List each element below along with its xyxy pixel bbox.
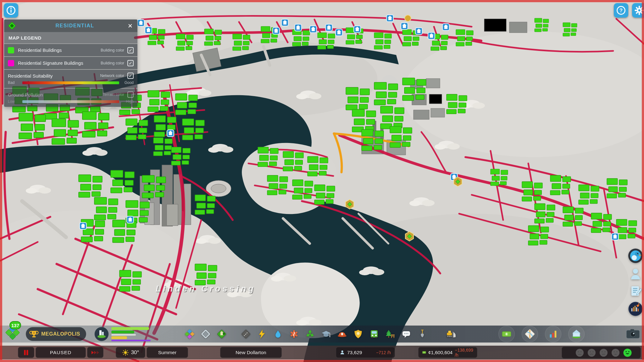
toolbar-icons	[183, 328, 461, 340]
settings-button[interactable]	[632, 3, 644, 18]
signature-building-marker-icon[interactable]	[454, 177, 462, 186]
communications-button[interactable]	[400, 328, 413, 340]
svg-text:?: ?	[619, 8, 623, 14]
signature-building-marker-icon[interactable]	[405, 232, 414, 241]
residential-buildings-swatch	[8, 47, 14, 53]
chirper-icon[interactable]	[628, 248, 643, 263]
population-widget[interactable]: 73,629 −712 /h	[336, 347, 395, 358]
happiness-face-content	[611, 348, 620, 357]
city-name-button[interactable]: New Dollarton	[220, 347, 282, 358]
milestone-level-widget[interactable]: 137	[4, 323, 24, 343]
building-color-checkbox[interactable]: ✓	[127, 47, 134, 53]
map-tiles-button[interactable]	[522, 326, 538, 342]
happiness-face-unhappy	[587, 348, 596, 357]
alert-marker-icon[interactable]	[405, 15, 411, 21]
zones-icon	[184, 329, 195, 339]
city-progression-button[interactable]	[568, 326, 585, 342]
journal-icon[interactable]	[629, 284, 642, 298]
medium-demand-bar	[111, 334, 136, 336]
bulldozer-icon	[445, 328, 457, 340]
city-demand-icon	[94, 327, 109, 341]
gear-icon	[634, 5, 644, 15]
service-marker-icon[interactable]	[415, 28, 422, 35]
districts-button[interactable]	[199, 328, 212, 340]
legend-row-ground-pollution: Ground Pollution Terrain color Low High	[4, 89, 137, 107]
happiness-face-neutral	[599, 348, 608, 357]
status-bar: PAUSED 30° Summer New Dollarton	[0, 346, 644, 359]
happiness-widget[interactable]	[562, 347, 641, 359]
infoview-buttons: ¢	[498, 326, 585, 342]
game-viewport: Linden Crossing Linden Crossing	[0, 0, 644, 362]
landscaping-button[interactable]	[215, 328, 228, 340]
terraforming-button[interactable]	[416, 328, 429, 340]
service-marker-icon[interactable]	[273, 27, 280, 34]
service-marker-icon[interactable]	[167, 130, 174, 137]
map-legend-heading: MAP LEGEND	[4, 32, 137, 43]
bulldozer-button[interactable]	[445, 328, 457, 340]
radio-icon[interactable]	[628, 301, 643, 316]
money-value: ¢1,600,604	[428, 350, 453, 355]
transportation-button[interactable]	[368, 328, 380, 340]
chat-bubble-icon	[401, 329, 412, 339]
bar-chart-icon	[548, 329, 558, 339]
svg-text:Linden Crossing: Linden Crossing	[156, 284, 256, 293]
demand-widget[interactable]	[94, 327, 151, 341]
commercial-demand-bar	[111, 331, 134, 333]
fire-rescue-button[interactable]	[336, 328, 348, 340]
help-button[interactable]: ?	[614, 3, 628, 18]
service-marker-icon[interactable]	[612, 233, 619, 240]
network-color-checkbox[interactable]: ✓	[127, 73, 134, 79]
legend-row-residential-buildings: Residential Buildings Building color ✓	[4, 44, 137, 56]
garbage-button[interactable]	[304, 328, 316, 340]
money-widget[interactable]: ¢1,600,604 −138,699 /h	[418, 347, 477, 358]
signature-building-marker-icon[interactable]	[346, 200, 354, 209]
service-marker-icon[interactable]	[401, 23, 408, 30]
landscaping-icon	[216, 329, 227, 339]
electricity-button[interactable]	[256, 328, 268, 340]
infoview-panel: RESIDENTIAL ✕ MAP LEGEND Residential Bui…	[4, 19, 137, 107]
follow-citizen-icon[interactable]	[629, 267, 642, 281]
info-button[interactable]	[4, 3, 18, 18]
weather-widget[interactable]: 30°	[116, 347, 145, 358]
service-marker-icon[interactable]	[281, 19, 288, 26]
police-shield-icon	[353, 329, 363, 339]
service-marker-icon[interactable]	[386, 15, 393, 22]
statistics-button[interactable]	[545, 326, 561, 342]
temperature-value: 30°	[131, 349, 139, 356]
signature-buildings-swatch	[8, 60, 14, 66]
service-marker-icon[interactable]	[80, 222, 86, 229]
milestone-name: MEGALOPOLIS	[39, 331, 83, 337]
education-button[interactable]	[320, 328, 332, 340]
healthcare-button[interactable]	[288, 328, 300, 340]
parks-recreation-button[interactable]	[384, 328, 397, 340]
police-button[interactable]	[352, 328, 364, 340]
service-marker-icon[interactable]	[310, 26, 317, 33]
speed-button[interactable]	[87, 347, 103, 358]
building-color-checkbox[interactable]: ✓	[127, 60, 134, 66]
zones-button[interactable]	[183, 328, 196, 340]
recycle-icon	[305, 329, 315, 339]
milestone-button[interactable]: MEGALOPOLIS	[26, 327, 86, 341]
service-marker-icon[interactable]	[428, 32, 435, 39]
districts-icon	[200, 329, 211, 339]
service-marker-icon[interactable]	[295, 24, 302, 31]
economy-button[interactable]: ¢	[498, 326, 515, 342]
service-marker-icon[interactable]	[127, 216, 134, 223]
roads-button[interactable]	[240, 328, 252, 340]
help-icon: ?	[616, 5, 626, 16]
water-sewage-button[interactable]	[272, 328, 284, 340]
service-marker-icon[interactable]	[442, 24, 449, 30]
roads-icon	[241, 329, 251, 339]
happiness-face-sad	[575, 348, 584, 357]
population-rate: −712 /h	[376, 350, 391, 355]
close-icon[interactable]: ✕	[126, 22, 134, 30]
service-marker-icon[interactable]	[325, 24, 332, 31]
money-icon	[422, 350, 426, 354]
pause-button[interactable]	[18, 347, 34, 358]
service-marker-icon[interactable]	[145, 27, 152, 34]
service-marker-icon[interactable]	[336, 29, 342, 36]
service-marker-icon[interactable]	[354, 26, 361, 33]
service-marker-icon[interactable]	[137, 19, 144, 26]
terrain-color-checkbox[interactable]	[127, 91, 134, 98]
photo-mode-button[interactable]	[626, 328, 640, 339]
